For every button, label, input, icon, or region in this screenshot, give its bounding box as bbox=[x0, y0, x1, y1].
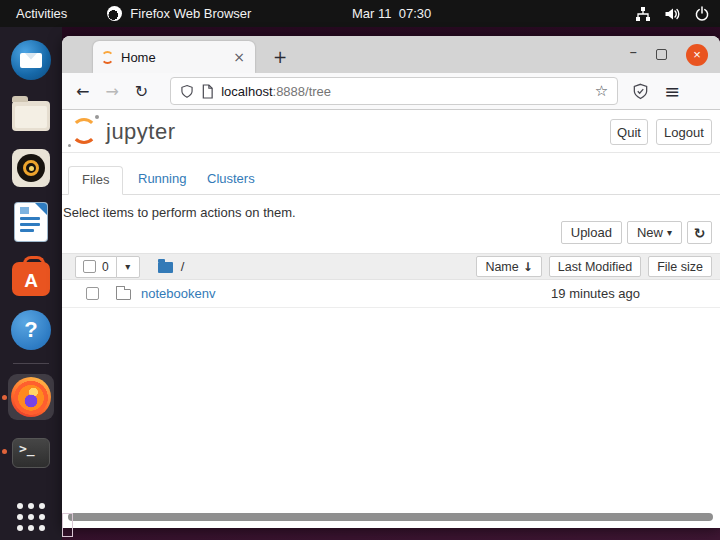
tabs-divider bbox=[62, 194, 720, 195]
select-filter-dropdown[interactable]: ▾ bbox=[116, 256, 140, 278]
maximize-button[interactable] bbox=[656, 49, 667, 60]
ubuntu-software-icon: A bbox=[12, 262, 50, 296]
tab-files[interactable]: Files bbox=[68, 166, 123, 195]
select-all-checkbox[interactable] bbox=[83, 260, 96, 273]
file-row: notebookenv 19 minutes ago bbox=[62, 280, 720, 308]
focused-app-label: Firefox Web Browser bbox=[130, 6, 251, 21]
clock[interactable]: Mar 11 07:30 bbox=[352, 6, 431, 21]
shield-permissions-icon[interactable] bbox=[180, 84, 194, 99]
system-tray[interactable] bbox=[635, 6, 710, 22]
new-dropdown-button[interactable]: New ▾ bbox=[627, 221, 682, 244]
quit-button[interactable]: Quit bbox=[610, 119, 648, 145]
firefox-icon bbox=[11, 377, 51, 417]
page-info-icon[interactable] bbox=[201, 84, 214, 99]
dock: A ? >_ bbox=[0, 27, 62, 540]
tab-running[interactable]: Running bbox=[138, 171, 186, 186]
gnome-top-bar: Activities Firefox Web Browser Mar 11 07… bbox=[0, 0, 720, 27]
hint-text: Select items to perform actions on them. bbox=[63, 205, 296, 220]
rhythmbox-icon bbox=[12, 149, 50, 187]
volume-icon bbox=[664, 6, 681, 22]
arrow-down-icon: ↓ bbox=[523, 260, 533, 274]
dock-item-terminal[interactable]: >_ bbox=[8, 428, 54, 474]
breadcrumb-folder-icon[interactable] bbox=[158, 262, 173, 273]
jupyter-page: jupyter Quit Logout Files Running Cluste… bbox=[62, 111, 720, 528]
sort-size-button[interactable]: File size bbox=[648, 256, 712, 277]
dock-item-app-grid[interactable] bbox=[8, 494, 54, 540]
horizontal-scrollbar[interactable] bbox=[68, 513, 713, 521]
app-grid-icon bbox=[17, 503, 45, 531]
file-link[interactable]: notebookenv bbox=[141, 286, 215, 301]
firefox-mono-icon bbox=[107, 6, 122, 21]
forward-icon: → bbox=[105, 82, 118, 101]
new-tab-button[interactable]: + bbox=[267, 44, 293, 70]
refresh-button[interactable]: ↻ bbox=[687, 221, 712, 244]
tab-title: Home bbox=[121, 50, 224, 65]
protections-shield-icon[interactable] bbox=[632, 83, 649, 100]
activities-button[interactable]: Activities bbox=[0, 0, 83, 27]
jupyter-favicon bbox=[101, 51, 114, 64]
files-icon bbox=[12, 101, 50, 131]
dock-item-files[interactable] bbox=[8, 91, 54, 137]
caret-down-icon: ▾ bbox=[667, 227, 672, 238]
thunderbird-icon bbox=[11, 40, 51, 80]
upload-button[interactable]: Upload bbox=[561, 221, 622, 244]
network-icon bbox=[635, 6, 651, 22]
dock-item-libreoffice-writer[interactable] bbox=[8, 199, 54, 245]
minimize-button[interactable]: – bbox=[630, 47, 638, 63]
libreoffice-writer-icon bbox=[15, 203, 47, 241]
row-checkbox[interactable] bbox=[86, 287, 99, 300]
browser-tab-home[interactable]: Home × bbox=[93, 41, 255, 73]
url-path: :8888/tree bbox=[273, 84, 332, 99]
selected-count: 0 bbox=[102, 260, 109, 274]
jupyter-logo-icon[interactable] bbox=[71, 118, 97, 144]
last-modified-value: 19 minutes ago bbox=[551, 286, 640, 301]
dock-item-help[interactable]: ? bbox=[8, 307, 54, 353]
running-indicator bbox=[2, 395, 7, 400]
hamburger-menu-icon[interactable]: ≡ bbox=[664, 80, 680, 102]
desktop: Activities Firefox Web Browser Mar 11 07… bbox=[0, 0, 720, 540]
dock-item-firefox[interactable] bbox=[8, 374, 54, 420]
reload-icon[interactable]: ↻ bbox=[135, 82, 148, 101]
jupyter-header: jupyter Quit Logout bbox=[62, 111, 720, 153]
power-icon bbox=[694, 6, 710, 22]
window-close-button[interactable]: × bbox=[686, 44, 708, 66]
focused-app-menu[interactable]: Firefox Web Browser bbox=[107, 6, 251, 21]
tab-bar: Home × + – × bbox=[62, 36, 720, 73]
sort-modified-button[interactable]: Last Modified bbox=[549, 256, 641, 277]
jupyter-brand: jupyter bbox=[106, 119, 176, 145]
tab-clusters[interactable]: Clusters bbox=[207, 171, 255, 186]
url-text: localhost:8888/tree bbox=[221, 84, 331, 99]
tab-close-icon[interactable]: × bbox=[231, 49, 247, 65]
dock-item-ubuntu-software[interactable]: A bbox=[8, 253, 54, 299]
help-icon: ? bbox=[11, 310, 51, 350]
list-actions: Upload New ▾ ↻ bbox=[561, 221, 712, 244]
breadcrumb[interactable]: / bbox=[181, 259, 185, 274]
url-bar[interactable]: localhost:8888/tree ☆ bbox=[170, 77, 618, 105]
folder-icon bbox=[116, 289, 131, 300]
logout-button[interactable]: Logout bbox=[656, 119, 712, 145]
dock-item-rhythmbox[interactable] bbox=[8, 145, 54, 191]
running-indicator bbox=[2, 449, 7, 454]
dock-item-thunderbird[interactable] bbox=[8, 37, 54, 83]
terminal-icon: >_ bbox=[12, 438, 50, 468]
sort-name-button[interactable]: Name ↓ bbox=[476, 256, 541, 277]
select-all-button[interactable]: 0 bbox=[75, 256, 117, 278]
firefox-window: Home × + – × ← → ↻ localhos bbox=[62, 36, 720, 528]
back-icon[interactable]: ← bbox=[76, 82, 89, 101]
dock-separator bbox=[13, 363, 49, 364]
list-header: 0 ▾ / Name ↓ Last Modified File size bbox=[62, 253, 720, 280]
resize-handle-artifact bbox=[62, 513, 73, 537]
navigation-toolbar: ← → ↻ localhost:8888/tree ☆ ≡ bbox=[62, 73, 720, 110]
url-host: localhost bbox=[221, 84, 272, 99]
bookmark-star-icon[interactable]: ☆ bbox=[595, 82, 608, 100]
